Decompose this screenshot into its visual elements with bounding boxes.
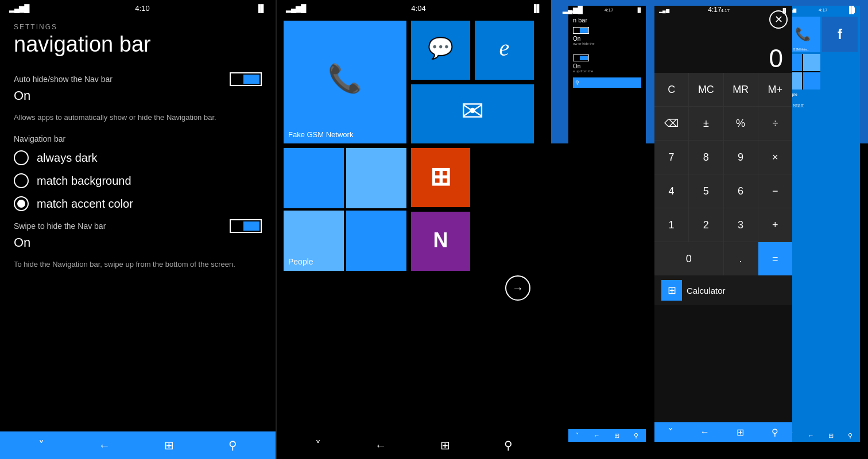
phone-icon: 📞	[328, 63, 362, 95]
signal-icon-2: ▂▄▆█	[286, 4, 305, 13]
ms-toggle-wrap	[573, 27, 589, 34]
calculator-phone: ▂▄▆ 4:17 ▐▌ ✕ 0 C MC MR M+ ⌫ ± % ÷ 7 8 9…	[654, 6, 792, 442]
ms-toggle[interactable]	[573, 27, 589, 34]
calc-search[interactable]: ⚲	[772, 427, 778, 438]
calc-btn-9[interactable]: 9	[724, 141, 758, 174]
back-icon-1[interactable]: ←	[99, 439, 110, 452]
calc-btn-plusminus[interactable]: ±	[689, 107, 723, 140]
calc-btn-percent[interactable]: %	[724, 107, 758, 140]
calc-chevron[interactable]: ˅	[668, 427, 673, 438]
status-bar-1: ▂▄▆█ 4:10 ▐▌	[0, 0, 276, 16]
sp-fb-icon: f	[838, 26, 842, 42]
calculator-icon: ⊞	[661, 280, 682, 301]
calc-btn-minus[interactable]: −	[758, 174, 792, 208]
office-icon: ⊞	[430, 161, 451, 190]
radio-circle-3[interactable]	[14, 196, 29, 211]
radio-match-accent[interactable]: match accent color	[14, 196, 262, 211]
sp-search-btn[interactable]: ⚲	[848, 432, 852, 439]
ms-toggle-row	[573, 27, 641, 34]
ms-search-bar: ⚲	[573, 77, 641, 88]
people-tile[interactable]: People	[284, 148, 406, 271]
radio-always-dark[interactable]: always dark	[14, 150, 262, 165]
calc-btn-equals[interactable]: =	[758, 242, 792, 275]
bottom-nav-2: ˅ ← ⊞ ⚲	[277, 431, 551, 459]
calc-btn-mplus[interactable]: M+	[758, 73, 792, 106]
calc-btn-2[interactable]: 2	[689, 208, 723, 242]
radio-match-background[interactable]: match background	[14, 173, 262, 188]
ms-content: n bar On ow or hide the On e up from the	[568, 14, 646, 90]
calc-btn-8[interactable]: 8	[689, 141, 723, 174]
ms-windows[interactable]: ⊞	[614, 432, 619, 439]
toggle-track-2[interactable]	[230, 219, 262, 233]
toggle-thumb-2	[243, 221, 259, 231]
auto-hide-row: Auto hide/show the Nav bar On	[14, 72, 262, 103]
chevron-down-icon-1[interactable]: ˅	[38, 438, 44, 452]
radio-circle-1[interactable]	[14, 150, 29, 165]
windows-icon-1[interactable]: ⊞	[164, 438, 174, 452]
calc-btn-0[interactable]: 0	[654, 242, 723, 275]
sp-facebook-tile[interactable]: f	[822, 17, 858, 52]
tiles-area: 📞 Fake GSM Network 💬 e ✉	[277, 16, 551, 431]
messaging-tile[interactable]: 💬	[411, 21, 470, 80]
back-icon-2[interactable]: ←	[375, 439, 386, 452]
toggle-thumb-1	[243, 75, 259, 84]
messaging-icon: 💬	[428, 36, 454, 60]
calc-btn-divide[interactable]: ÷	[758, 107, 792, 140]
status-bar-2: ▂▄▆█ 4:04 ▐▌	[277, 0, 551, 16]
calc-btn-decimal[interactable]: .	[724, 242, 758, 275]
settings-content: SETTINGS navigation bar Auto hide/show t…	[0, 16, 276, 431]
arrow-button[interactable]: →	[505, 275, 530, 301]
ms-thumb	[580, 28, 588, 33]
calc-btn-multiply[interactable]: ×	[758, 141, 792, 174]
calc-btn-mr[interactable]: MR	[724, 73, 758, 106]
onenote-tile[interactable]: N	[411, 212, 470, 271]
ms-chevron[interactable]: ˅	[576, 432, 579, 439]
calc-app-label: Calculator	[687, 286, 726, 295]
calc-btn-3[interactable]: 3	[724, 208, 758, 242]
calc-btn-plus[interactable]: +	[758, 208, 792, 242]
mail-icon: ✉	[461, 95, 484, 127]
calc-btn-6[interactable]: 6	[724, 174, 758, 208]
calc-windows[interactable]: ⊞	[737, 427, 744, 438]
calc-btn-4[interactable]: 4	[654, 174, 688, 208]
ms-back[interactable]: ←	[594, 432, 600, 439]
sp-windows[interactable]: ⊞	[828, 432, 834, 439]
calc-back[interactable]: ←	[700, 427, 710, 437]
chevron-down-icon-2[interactable]: ˅	[315, 438, 321, 452]
calc-btn-backspace[interactable]: ⌫	[654, 107, 688, 140]
calc-btn-7[interactable]: 7	[654, 141, 688, 174]
windows-icon-2[interactable]: ⊞	[440, 438, 450, 452]
auto-hide-toggle[interactable]	[230, 72, 262, 86]
radio-circle-2[interactable]	[14, 173, 29, 188]
toggle-track-1[interactable]	[230, 72, 262, 86]
arrow-container: →	[284, 275, 544, 301]
swipe-hide-toggle[interactable]	[230, 219, 262, 233]
sp-bottom-nav: ˅ ← ⊞ ⚲	[782, 429, 860, 442]
calc-btn-1[interactable]: 1	[654, 208, 688, 242]
auto-hide-header: Auto hide/show the Nav bar	[14, 72, 262, 86]
phone-tile[interactable]: 📞 Fake GSM Network	[284, 21, 406, 143]
right-status-2: ▐▌	[532, 4, 542, 13]
ms-spacer	[573, 50, 641, 55]
ms-search-btn[interactable]: ⚲	[634, 432, 638, 439]
sp-back[interactable]: ←	[808, 432, 814, 439]
calc-btn-c[interactable]: C	[654, 73, 688, 106]
ms-toggle-2[interactable]	[573, 55, 589, 61]
search-icon-1[interactable]: ⚲	[228, 438, 237, 452]
sp-start-label: Start	[793, 103, 804, 108]
status-bar-right: ▂▄▆█ 4:17 ▐▌	[551, 6, 868, 14]
office-tile[interactable]: ⊞	[411, 148, 470, 207]
ms-thumb-2	[580, 56, 588, 60]
ms-search[interactable]: ⚲	[573, 77, 641, 88]
mail-tile[interactable]: ✉	[411, 84, 534, 143]
search-icon-2[interactable]: ⚲	[504, 438, 513, 452]
ie-tile[interactable]: e	[475, 21, 534, 80]
calc-btn-mc[interactable]: MC	[689, 73, 723, 106]
auto-hide-value: On	[14, 88, 262, 103]
calc-btn-5[interactable]: 5	[689, 174, 723, 208]
right-status-1: ▐▌	[256, 4, 266, 13]
time-right: 4:17	[708, 6, 721, 14]
battery-icon-right: ▐▌	[847, 6, 857, 14]
mini-start-phone: ▂▄▆ 4:17 ▐▌ 📞 Fake GSM Netw... f	[782, 6, 860, 442]
sp-start-row: ⊞ Start	[782, 100, 860, 111]
